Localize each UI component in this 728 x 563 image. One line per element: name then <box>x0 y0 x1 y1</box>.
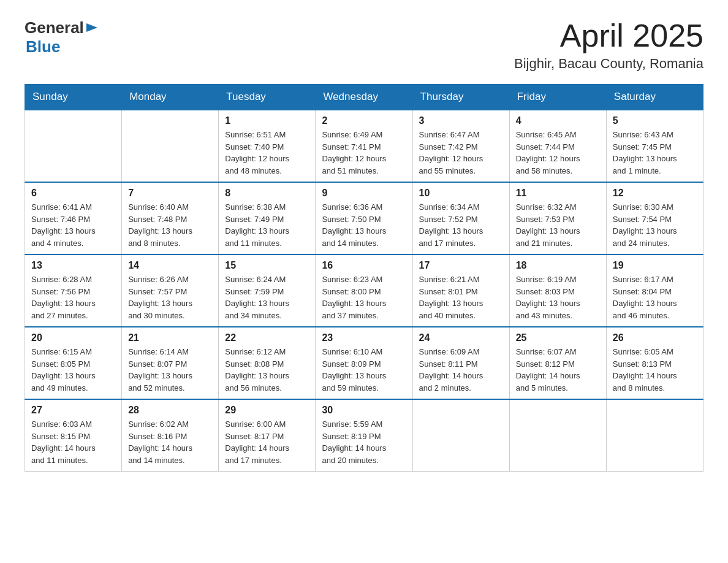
day-info: Sunrise: 6:12 AMSunset: 8:08 PMDaylight:… <box>225 346 309 394</box>
calendar-header-row: SundayMondayTuesdayWednesdayThursdayFrid… <box>25 85 703 110</box>
calendar-cell: 23Sunrise: 6:10 AMSunset: 8:09 PMDayligh… <box>316 327 412 399</box>
day-number: 11 <box>516 188 600 199</box>
day-number: 25 <box>516 332 600 343</box>
week-row-2: 6Sunrise: 6:41 AMSunset: 7:46 PMDaylight… <box>25 182 703 255</box>
calendar-cell: 15Sunrise: 6:24 AMSunset: 7:59 PMDayligh… <box>219 255 316 327</box>
day-info: Sunrise: 6:43 AMSunset: 7:45 PMDaylight:… <box>613 129 697 177</box>
week-row-3: 13Sunrise: 6:28 AMSunset: 7:56 PMDayligh… <box>25 255 703 327</box>
calendar-cell: 24Sunrise: 6:09 AMSunset: 8:11 PMDayligh… <box>412 327 509 399</box>
day-number: 26 <box>613 332 697 343</box>
day-number: 14 <box>128 260 212 271</box>
calendar-cell: 12Sunrise: 6:30 AMSunset: 7:54 PMDayligh… <box>606 182 703 255</box>
calendar-table: SundayMondayTuesdayWednesdayThursdayFrid… <box>25 84 703 472</box>
day-info: Sunrise: 6:17 AMSunset: 8:04 PMDaylight:… <box>613 274 697 321</box>
calendar-cell: 4Sunrise: 6:45 AMSunset: 7:44 PMDaylight… <box>509 110 606 182</box>
week-row-1: 1Sunrise: 6:51 AMSunset: 7:40 PMDaylight… <box>25 110 703 182</box>
day-number: 1 <box>225 115 309 126</box>
day-number: 5 <box>613 115 697 126</box>
calendar-cell: 21Sunrise: 6:14 AMSunset: 8:07 PMDayligh… <box>122 327 219 399</box>
day-info: Sunrise: 6:40 AMSunset: 7:48 PMDaylight:… <box>128 201 212 249</box>
day-info: Sunrise: 6:51 AMSunset: 7:40 PMDaylight:… <box>225 129 309 177</box>
calendar-cell <box>509 399 606 472</box>
day-info: Sunrise: 6:19 AMSunset: 8:03 PMDaylight:… <box>516 274 600 321</box>
page-header: General Blue April 2025 Bijghir, Bacau C… <box>25 18 703 72</box>
calendar-cell: 30Sunrise: 5:59 AMSunset: 8:19 PMDayligh… <box>316 399 412 472</box>
day-number: 4 <box>516 115 600 126</box>
day-info: Sunrise: 6:23 AMSunset: 8:00 PMDaylight:… <box>322 274 406 321</box>
day-info: Sunrise: 6:05 AMSunset: 8:13 PMDaylight:… <box>613 346 697 394</box>
day-info: Sunrise: 6:32 AMSunset: 7:53 PMDaylight:… <box>516 201 600 249</box>
day-number: 12 <box>613 188 697 199</box>
day-number: 27 <box>31 405 115 416</box>
calendar-cell <box>606 399 703 472</box>
day-number: 17 <box>419 260 503 271</box>
day-header-sunday: Sunday <box>25 85 122 110</box>
calendar-cell: 14Sunrise: 6:26 AMSunset: 7:57 PMDayligh… <box>122 255 219 327</box>
day-number: 7 <box>128 188 212 199</box>
calendar-cell: 13Sunrise: 6:28 AMSunset: 7:56 PMDayligh… <box>25 255 122 327</box>
day-info: Sunrise: 6:14 AMSunset: 8:07 PMDaylight:… <box>128 346 212 394</box>
calendar-cell <box>25 110 122 182</box>
calendar-cell <box>122 110 219 182</box>
day-info: Sunrise: 6:34 AMSunset: 7:52 PMDaylight:… <box>419 201 503 249</box>
day-header-monday: Monday <box>122 85 219 110</box>
day-number: 18 <box>516 260 600 271</box>
calendar-cell: 20Sunrise: 6:15 AMSunset: 8:05 PMDayligh… <box>25 327 122 399</box>
calendar-cell: 26Sunrise: 6:05 AMSunset: 8:13 PMDayligh… <box>606 327 703 399</box>
calendar-cell: 16Sunrise: 6:23 AMSunset: 8:00 PMDayligh… <box>316 255 412 327</box>
calendar-cell: 7Sunrise: 6:40 AMSunset: 7:48 PMDaylight… <box>122 182 219 255</box>
calendar-cell <box>412 399 509 472</box>
day-number: 19 <box>613 260 697 271</box>
day-info: Sunrise: 6:21 AMSunset: 8:01 PMDaylight:… <box>419 274 503 321</box>
logo-blue-text: Blue <box>26 37 60 56</box>
day-info: Sunrise: 6:00 AMSunset: 8:17 PMDaylight:… <box>225 418 309 466</box>
month-title: April 2025 <box>514 18 703 53</box>
calendar-cell: 8Sunrise: 6:38 AMSunset: 7:49 PMDaylight… <box>219 182 316 255</box>
week-row-4: 20Sunrise: 6:15 AMSunset: 8:05 PMDayligh… <box>25 327 703 399</box>
day-info: Sunrise: 6:10 AMSunset: 8:09 PMDaylight:… <box>322 346 406 394</box>
day-info: Sunrise: 6:49 AMSunset: 7:41 PMDaylight:… <box>322 129 406 177</box>
calendar-cell: 9Sunrise: 6:36 AMSunset: 7:50 PMDaylight… <box>316 182 412 255</box>
day-info: Sunrise: 6:09 AMSunset: 8:11 PMDaylight:… <box>419 346 503 394</box>
calendar-cell: 18Sunrise: 6:19 AMSunset: 8:03 PMDayligh… <box>509 255 606 327</box>
calendar-cell: 17Sunrise: 6:21 AMSunset: 8:01 PMDayligh… <box>412 255 509 327</box>
day-info: Sunrise: 6:28 AMSunset: 7:56 PMDaylight:… <box>31 274 115 321</box>
day-info: Sunrise: 6:41 AMSunset: 7:46 PMDaylight:… <box>31 201 115 249</box>
day-number: 9 <box>322 188 406 199</box>
day-number: 10 <box>419 188 503 199</box>
calendar-cell: 6Sunrise: 6:41 AMSunset: 7:46 PMDaylight… <box>25 182 122 255</box>
logo: General Blue <box>25 18 99 56</box>
day-header-tuesday: Tuesday <box>219 85 316 110</box>
day-info: Sunrise: 6:15 AMSunset: 8:05 PMDaylight:… <box>31 346 115 394</box>
day-info: Sunrise: 6:36 AMSunset: 7:50 PMDaylight:… <box>322 201 406 249</box>
day-header-thursday: Thursday <box>412 85 509 110</box>
day-number: 23 <box>322 332 406 343</box>
day-info: Sunrise: 6:26 AMSunset: 7:57 PMDaylight:… <box>128 274 212 321</box>
calendar-cell: 28Sunrise: 6:02 AMSunset: 8:16 PMDayligh… <box>122 399 219 472</box>
day-number: 21 <box>128 332 212 343</box>
day-number: 16 <box>322 260 406 271</box>
calendar-cell: 27Sunrise: 6:03 AMSunset: 8:15 PMDayligh… <box>25 399 122 472</box>
svg-marker-0 <box>86 23 97 32</box>
calendar-cell: 3Sunrise: 6:47 AMSunset: 7:42 PMDaylight… <box>412 110 509 182</box>
calendar-cell: 29Sunrise: 6:00 AMSunset: 8:17 PMDayligh… <box>219 399 316 472</box>
day-info: Sunrise: 5:59 AMSunset: 8:19 PMDaylight:… <box>322 418 406 466</box>
calendar-cell: 1Sunrise: 6:51 AMSunset: 7:40 PMDaylight… <box>219 110 316 182</box>
day-info: Sunrise: 6:24 AMSunset: 7:59 PMDaylight:… <box>225 274 309 321</box>
week-row-5: 27Sunrise: 6:03 AMSunset: 8:15 PMDayligh… <box>25 399 703 472</box>
day-info: Sunrise: 6:07 AMSunset: 8:12 PMDaylight:… <box>516 346 600 394</box>
calendar-cell: 19Sunrise: 6:17 AMSunset: 8:04 PMDayligh… <box>606 255 703 327</box>
location-text: Bijghir, Bacau County, Romania <box>514 56 703 72</box>
day-number: 2 <box>322 115 406 126</box>
day-number: 6 <box>31 188 115 199</box>
calendar-cell: 22Sunrise: 6:12 AMSunset: 8:08 PMDayligh… <box>219 327 316 399</box>
day-info: Sunrise: 6:45 AMSunset: 7:44 PMDaylight:… <box>516 129 600 177</box>
day-info: Sunrise: 6:30 AMSunset: 7:54 PMDaylight:… <box>613 201 697 249</box>
logo-arrow-icon <box>85 21 99 34</box>
day-info: Sunrise: 6:38 AMSunset: 7:49 PMDaylight:… <box>225 201 309 249</box>
day-header-friday: Friday <box>509 85 606 110</box>
day-info: Sunrise: 6:03 AMSunset: 8:15 PMDaylight:… <box>31 418 115 466</box>
day-info: Sunrise: 6:47 AMSunset: 7:42 PMDaylight:… <box>419 129 503 177</box>
day-header-saturday: Saturday <box>606 85 703 110</box>
calendar-cell: 11Sunrise: 6:32 AMSunset: 7:53 PMDayligh… <box>509 182 606 255</box>
